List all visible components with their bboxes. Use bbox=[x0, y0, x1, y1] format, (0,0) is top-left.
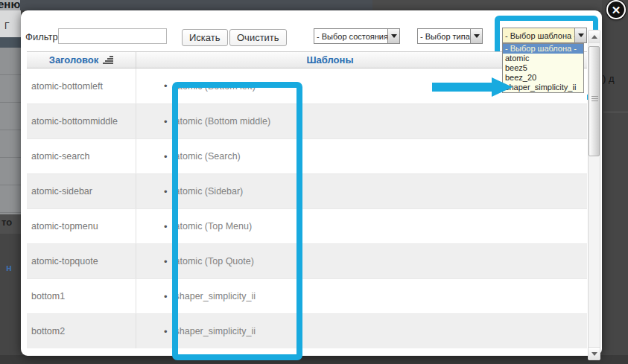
grip-icon bbox=[591, 96, 598, 101]
chevron-down-icon bbox=[391, 34, 397, 38]
triangle-up-icon bbox=[591, 35, 597, 39]
bullet-icon: • bbox=[164, 151, 168, 162]
row-title: atomic-sidebar bbox=[27, 174, 136, 208]
row-template-label: atomic (Search) bbox=[175, 151, 241, 162]
sort-icon bbox=[103, 56, 113, 64]
row-template: •shaper_simplicity_ii bbox=[136, 314, 587, 348]
table-row[interactable]: atomic-topquote•atomic (Top Quote) bbox=[27, 243, 587, 278]
bullet-icon: • bbox=[164, 186, 168, 197]
chevron-down-icon bbox=[578, 33, 584, 37]
scroll-up-button[interactable] bbox=[589, 31, 600, 43]
template-option[interactable]: beez_20 bbox=[503, 73, 583, 83]
type-select[interactable]: - Выбор типа - bbox=[417, 28, 483, 44]
scroll-down-button[interactable] bbox=[589, 347, 600, 360]
background-list-rows bbox=[0, 48, 21, 214]
row-template-label: atomic (Bottom left) bbox=[175, 81, 256, 92]
state-select-arrow-button[interactable] bbox=[387, 29, 399, 43]
scrollbar-thumb[interactable] bbox=[589, 46, 600, 156]
table-row[interactable]: atomic-search•atomic (Search) bbox=[27, 138, 587, 173]
template-dropdown-list: - Выбор шаблона -atomicbeez5beez_20shape… bbox=[502, 43, 584, 93]
row-template: •shaper_simplicity_ii bbox=[136, 279, 587, 313]
row-title: bottom2 bbox=[27, 314, 136, 348]
row-title: bottom1 bbox=[27, 279, 136, 313]
row-template: •atomic (Search) bbox=[136, 139, 587, 173]
row-template: •atomic (Bottom middle) bbox=[136, 104, 587, 138]
row-title: atomic-search bbox=[27, 139, 136, 173]
background-left-strip: Г то н bbox=[0, 10, 21, 364]
type-select-arrow-button[interactable] bbox=[470, 29, 482, 43]
clear-button[interactable]: Очистить bbox=[229, 29, 287, 46]
positions-table: Заголовок Шаблоны atomic-bottomleft•atom… bbox=[27, 51, 587, 348]
table-row[interactable]: atomic-sidebar•atomic (Sidebar) bbox=[27, 173, 587, 208]
close-button[interactable]: ✕ bbox=[606, 0, 626, 19]
row-title: atomic-bottomleft bbox=[27, 68, 136, 103]
background-fragment-2: то bbox=[0, 214, 21, 234]
template-select-value: - Выбор шаблона - bbox=[503, 31, 574, 40]
row-template-label: shaper_simplicity_ii bbox=[175, 326, 256, 336]
search-button[interactable]: Искать bbox=[182, 29, 228, 46]
bullet-icon: • bbox=[164, 116, 168, 127]
background-dark-area: н bbox=[0, 234, 21, 364]
column-header-title[interactable]: Заголовок bbox=[27, 52, 136, 68]
position-select-modal: Фильтр: Искать Очистить - Выбор состояни… bbox=[21, 10, 602, 356]
template-option[interactable]: atomic bbox=[503, 54, 583, 63]
bullet-icon: • bbox=[164, 80, 168, 92]
filter-label: Фильтр: bbox=[25, 31, 60, 42]
template-option[interactable]: - Выбор шаблона - bbox=[503, 44, 583, 54]
row-title: atomic-bottommiddle bbox=[27, 104, 136, 138]
bullet-icon: • bbox=[164, 291, 168, 302]
background-right-strip: ) д bbox=[602, 0, 628, 364]
table-row[interactable]: bottom2•shaper_simplicity_ii bbox=[27, 313, 587, 348]
background-fragment-3: н bbox=[6, 262, 12, 273]
row-title: atomic-topmenu bbox=[27, 209, 136, 243]
template-select[interactable]: - Выбор шаблона - bbox=[502, 28, 587, 43]
background-menu-heading: еню bbox=[0, 0, 20, 10]
state-select-value: - Выбор состояния - bbox=[314, 32, 387, 41]
row-template: •atomic (Top Menu) bbox=[136, 209, 587, 243]
bullet-icon: • bbox=[164, 256, 168, 267]
row-template-label: atomic (Top Menu) bbox=[175, 221, 253, 232]
chevron-down-icon bbox=[474, 34, 480, 38]
background-top-strip-right bbox=[372, 0, 628, 10]
template-select-arrow-button[interactable] bbox=[574, 28, 586, 42]
background-bar bbox=[0, 37, 21, 48]
table-row[interactable]: atomic-topmenu•atomic (Top Menu) bbox=[27, 208, 587, 243]
row-template: •atomic (Top Quote) bbox=[136, 244, 587, 278]
type-select-value: - Выбор типа - bbox=[418, 32, 470, 41]
close-icon: ✕ bbox=[612, 4, 621, 16]
row-title: atomic-topquote bbox=[27, 244, 136, 278]
row-template-label: shaper_simplicity_ii bbox=[175, 291, 256, 301]
table-row[interactable]: atomic-bottommiddle•atomic (Bottom middl… bbox=[27, 103, 587, 138]
background-fragment-4: ) д bbox=[603, 73, 615, 84]
bullet-icon: • bbox=[164, 326, 168, 337]
background-fragment-1: Г bbox=[0, 10, 21, 37]
state-select[interactable]: - Выбор состояния - bbox=[314, 28, 400, 44]
row-template-label: atomic (Bottom middle) bbox=[175, 116, 271, 127]
row-template: •atomic (Sidebar) bbox=[136, 174, 587, 208]
background-bottom-bar bbox=[0, 355, 628, 364]
filter-input[interactable] bbox=[58, 28, 167, 44]
row-template-label: atomic (Top Quote) bbox=[175, 256, 254, 266]
table-body: atomic-bottomleft•atomic (Bottom left)at… bbox=[27, 68, 587, 348]
scrollbar[interactable] bbox=[588, 30, 600, 360]
triangle-down-icon bbox=[591, 352, 597, 356]
bullet-icon: • bbox=[164, 221, 168, 232]
table-row[interactable]: bottom1•shaper_simplicity_ii bbox=[27, 278, 587, 313]
background-top-strip bbox=[0, 0, 628, 10]
screen: еню Г то н ) д Фильтр: Искать Очистить -… bbox=[0, 0, 628, 364]
background-divider bbox=[603, 112, 628, 112]
row-template-label: atomic (Sidebar) bbox=[175, 186, 244, 197]
template-option[interactable]: beez5 bbox=[503, 63, 583, 73]
template-option[interactable]: shaper_simplicity_ii bbox=[503, 83, 583, 92]
